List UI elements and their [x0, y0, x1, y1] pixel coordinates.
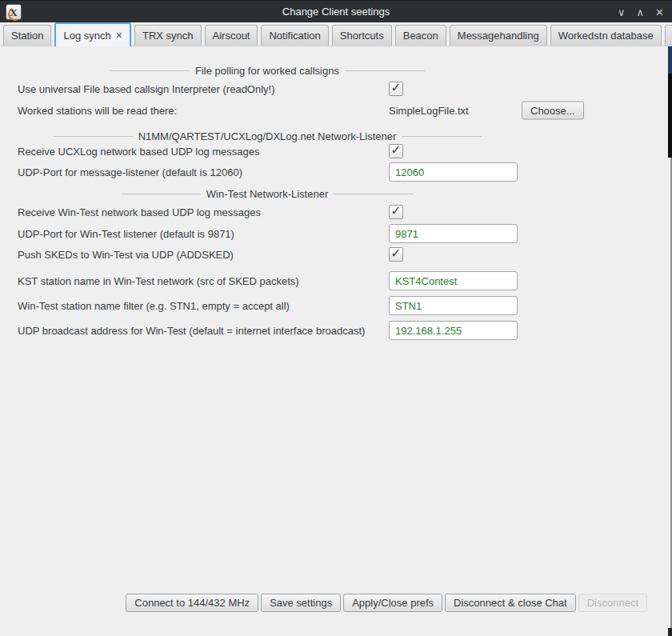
check-icon: ✓: [390, 205, 401, 218]
udp-broadcast-input[interactable]: [389, 321, 518, 340]
tab-label: Station: [11, 30, 43, 42]
row-interpreter: Use universal File based callsign Interp…: [0, 79, 672, 98]
check-icon: ✓: [390, 247, 401, 260]
receive-wintest-checkbox[interactable]: ✓: [389, 205, 403, 219]
push-skeds-label: Push SKEDs to Win-Test via UDP (ADDSKED): [18, 249, 234, 261]
section-header-file-polling: File polling for worked callsigns: [18, 62, 517, 78]
tab-label: Log synch: [63, 30, 110, 42]
tab-airscout[interactable]: Airscout: [205, 25, 258, 46]
tab-close-icon[interactable]: ×: [116, 30, 122, 41]
choose-file-button[interactable]: Choose...: [522, 102, 584, 120]
interpreter-label: Use universal File based callsign Interp…: [18, 83, 275, 95]
section-title: File polling for worked callsigns: [195, 65, 339, 77]
apply-close-prefs-button[interactable]: Apply/Close prefs: [343, 594, 442, 612]
shade-button[interactable]: ∨: [618, 7, 626, 18]
row-kst-station-name: KST station name in Win-Test network (sr…: [0, 271, 672, 290]
row-worked-file: Worked stations will be read there: Simp…: [0, 101, 672, 120]
tab-label: Shortcuts: [340, 30, 384, 42]
tab-label: Airscout: [213, 30, 250, 42]
tab-log-synch[interactable]: Log synch ×: [54, 22, 130, 46]
section-title: N1MM/QARTEST/UCXLog/DXLog.net Network-Li…: [138, 130, 397, 142]
tab-label: TRX synch: [142, 30, 194, 42]
row-udp-port-message: UDP-Port for message-listener (default i…: [0, 162, 672, 182]
worked-file-value: SimpleLogFile.txt: [389, 105, 469, 117]
window-title: Change Client seetings: [0, 6, 672, 18]
connect-button[interactable]: Connect to 144/432 MHz: [126, 594, 258, 612]
row-udp-broadcast: UDP broadcast address for Win-Test (defa…: [0, 321, 672, 340]
window-corner-artifact: [668, 628, 672, 636]
receive-wintest-label: Receive Win-Test network based UDP log m…: [18, 206, 261, 218]
receive-ucxlog-label: Receive UCXLog network based UDP log mes…: [18, 146, 260, 158]
tab-label: Beacon: [403, 30, 438, 42]
section-title: Win-Test Network-Listener: [206, 188, 328, 200]
settings-window: X Change Client seetings ∨ ∧ ✕ Station L…: [0, 0, 672, 636]
row-wintest-filter: Win-Test station name filter (e.g. STN1,…: [0, 296, 672, 315]
disconnect-button: Disconnect: [578, 594, 647, 612]
tab-beacon[interactable]: Beacon: [395, 25, 446, 46]
check-icon: ✓: [390, 144, 401, 157]
maximize-button[interactable]: ∧: [637, 7, 645, 18]
tab-station[interactable]: Station: [3, 25, 51, 46]
row-receive-wintest: Receive Win-Test network based UDP log m…: [0, 202, 672, 222]
udp-port-message-label: UDP-Port for message-listener (default i…: [18, 166, 242, 178]
push-skeds-checkbox[interactable]: ✓: [389, 247, 403, 262]
tab-messagehandling[interactable]: Messagehandling: [450, 25, 547, 46]
background-window-edge-blue: [668, 46, 672, 74]
wintest-filter-label: Win-Test station name filter (e.g. STN1,…: [18, 300, 290, 312]
disconnect-close-chat-button[interactable]: Disconnect & close Chat: [445, 594, 576, 612]
footer-button-row: Connect to 144/432 MHz Save settings App…: [126, 594, 647, 612]
tab-label: Messagehandling: [458, 30, 539, 42]
tab-label: Workedstn database: [558, 30, 654, 42]
row-udp-port-wintest: UDP-Port for Win-Test listener (default …: [0, 224, 672, 243]
tab-workedstn-database[interactable]: Workedstn database: [550, 25, 662, 46]
udp-port-wintest-label: UDP-Port for Win-Test listener (default …: [18, 228, 234, 240]
tab-shortcuts[interactable]: Shortcuts: [332, 25, 392, 46]
receive-ucxlog-checkbox[interactable]: ✓: [389, 144, 403, 158]
interpreter-checkbox[interactable]: ✓: [389, 82, 403, 96]
section-header-wintest-listener: Win-Test Network-Listener: [18, 186, 517, 202]
row-push-skeds: Push SKEDs to Win-Test via UDP (ADDSKED)…: [0, 245, 672, 264]
udp-port-message-input[interactable]: [389, 162, 518, 182]
udp-broadcast-label: UDP broadcast address for Win-Test (defa…: [18, 325, 365, 337]
kst-station-name-label: KST station name in Win-Test network (sr…: [18, 275, 299, 287]
udp-port-wintest-input[interactable]: [389, 224, 518, 243]
tab-label: Notification: [269, 30, 320, 42]
wintest-filter-input[interactable]: [389, 296, 518, 315]
kst-station-name-input[interactable]: [389, 271, 518, 290]
window-controls: ∨ ∧ ✕: [618, 1, 664, 23]
close-button[interactable]: ✕: [655, 7, 664, 18]
background-window-edge-dark: [668, 74, 672, 158]
tab-gui[interactable]: GUI: [665, 25, 672, 46]
save-settings-button[interactable]: Save settings: [261, 594, 341, 612]
row-receive-ucxlog: Receive UCXLog network based UDP log mes…: [0, 142, 672, 161]
tab-notification[interactable]: Notification: [261, 25, 328, 46]
tab-bar: Station Log synch × TRX synch Airscout N…: [0, 22, 672, 46]
chevron-down-icon: ∨: [618, 6, 626, 18]
titlebar: X Change Client seetings ∨ ∧ ✕: [0, 0, 672, 22]
worked-file-label: Worked stations will be read there:: [18, 105, 177, 117]
tab-trx-synch[interactable]: TRX synch: [134, 25, 202, 46]
close-icon: ✕: [655, 6, 664, 18]
chevron-up-icon: ∧: [637, 6, 645, 18]
check-icon: ✓: [390, 82, 401, 94]
